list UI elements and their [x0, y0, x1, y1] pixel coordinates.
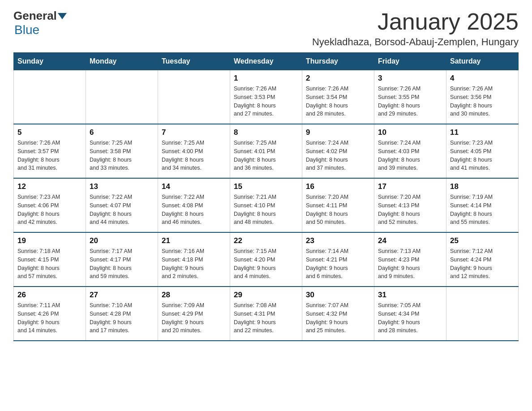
- calendar-cell: 19Sunrise: 7:18 AMSunset: 4:15 PMDayligh…: [14, 232, 86, 287]
- day-number: 11: [450, 128, 515, 137]
- calendar-week-row: 5Sunrise: 7:26 AMSunset: 3:57 PMDaylight…: [14, 124, 519, 178]
- calendar-week-row: 19Sunrise: 7:18 AMSunset: 4:15 PMDayligh…: [14, 232, 519, 287]
- calendar-week-row: 1Sunrise: 7:26 AMSunset: 3:53 PMDaylight…: [14, 70, 519, 124]
- weekday-header-thursday: Thursday: [302, 53, 374, 70]
- calendar-cell: 7Sunrise: 7:25 AMSunset: 4:00 PMDaylight…: [158, 124, 230, 178]
- day-info: Sunrise: 7:23 AMSunset: 4:06 PMDaylight:…: [17, 193, 82, 227]
- day-info: Sunrise: 7:21 AMSunset: 4:10 PMDaylight:…: [234, 193, 298, 227]
- calendar-cell: 6Sunrise: 7:25 AMSunset: 3:58 PMDaylight…: [86, 124, 158, 178]
- calendar-header: SundayMondayTuesdayWednesdayThursdayFrid…: [14, 53, 519, 70]
- calendar-cell: 10Sunrise: 7:24 AMSunset: 4:03 PMDayligh…: [374, 124, 446, 178]
- calendar-cell: 28Sunrise: 7:09 AMSunset: 4:29 PMDayligh…: [158, 287, 230, 341]
- day-info: Sunrise: 7:15 AMSunset: 4:20 PMDaylight:…: [234, 247, 298, 281]
- calendar-cell: 22Sunrise: 7:15 AMSunset: 4:20 PMDayligh…: [230, 232, 302, 287]
- day-number: 31: [378, 291, 442, 300]
- day-number: 10: [378, 128, 442, 137]
- day-number: 27: [90, 291, 154, 300]
- weekday-header-tuesday: Tuesday: [158, 53, 230, 70]
- day-number: 21: [162, 236, 226, 245]
- day-number: 14: [162, 182, 226, 191]
- day-info: Sunrise: 7:26 AMSunset: 3:54 PMDaylight:…: [306, 85, 370, 118]
- day-info: Sunrise: 7:11 AMSunset: 4:26 PMDaylight:…: [17, 301, 82, 335]
- day-number: 15: [234, 182, 298, 191]
- day-info: Sunrise: 7:26 AMSunset: 3:55 PMDaylight:…: [378, 85, 442, 118]
- day-number: 8: [234, 128, 298, 137]
- day-number: 3: [378, 74, 442, 83]
- day-info: Sunrise: 7:14 AMSunset: 4:21 PMDaylight:…: [306, 247, 370, 281]
- day-number: 7: [162, 128, 226, 137]
- calendar-cell: 1Sunrise: 7:26 AMSunset: 3:53 PMDaylight…: [230, 70, 302, 124]
- calendar-cell: 14Sunrise: 7:22 AMSunset: 4:08 PMDayligh…: [158, 178, 230, 232]
- calendar-table: SundayMondayTuesdayWednesdayThursdayFrid…: [13, 52, 519, 341]
- day-number: 23: [306, 236, 370, 245]
- calendar-cell: 25Sunrise: 7:12 AMSunset: 4:24 PMDayligh…: [446, 232, 519, 287]
- day-number: 28: [162, 291, 226, 300]
- day-number: 13: [90, 182, 154, 191]
- calendar-cell: 15Sunrise: 7:21 AMSunset: 4:10 PMDayligh…: [230, 178, 302, 232]
- logo-blue-text: Blue: [14, 23, 39, 37]
- calendar-cell: 21Sunrise: 7:16 AMSunset: 4:18 PMDayligh…: [158, 232, 230, 287]
- calendar-cell: 29Sunrise: 7:08 AMSunset: 4:31 PMDayligh…: [230, 287, 302, 341]
- day-info: Sunrise: 7:25 AMSunset: 4:01 PMDaylight:…: [234, 139, 298, 172]
- day-info: Sunrise: 7:12 AMSunset: 4:24 PMDaylight:…: [450, 247, 515, 281]
- page-header: General Blue January 2025 Nyekladhaza, B…: [13, 9, 519, 48]
- calendar-cell: [14, 70, 86, 124]
- day-number: 25: [450, 236, 515, 245]
- day-info: Sunrise: 7:10 AMSunset: 4:28 PMDaylight:…: [90, 301, 154, 335]
- day-number: 4: [450, 74, 515, 83]
- day-info: Sunrise: 7:13 AMSunset: 4:23 PMDaylight:…: [378, 247, 442, 281]
- month-title: January 2025: [312, 9, 519, 34]
- day-info: Sunrise: 7:20 AMSunset: 4:13 PMDaylight:…: [378, 193, 442, 227]
- weekday-header-saturday: Saturday: [446, 53, 519, 70]
- day-info: Sunrise: 7:17 AMSunset: 4:17 PMDaylight:…: [90, 247, 154, 281]
- calendar-cell: 24Sunrise: 7:13 AMSunset: 4:23 PMDayligh…: [374, 232, 446, 287]
- day-info: Sunrise: 7:26 AMSunset: 3:56 PMDaylight:…: [450, 85, 515, 118]
- calendar-cell: 30Sunrise: 7:07 AMSunset: 4:32 PMDayligh…: [302, 287, 374, 341]
- calendar-cell: 23Sunrise: 7:14 AMSunset: 4:21 PMDayligh…: [302, 232, 374, 287]
- day-info: Sunrise: 7:22 AMSunset: 4:08 PMDaylight:…: [162, 193, 226, 227]
- day-info: Sunrise: 7:25 AMSunset: 4:00 PMDaylight:…: [162, 139, 226, 172]
- day-info: Sunrise: 7:24 AMSunset: 4:03 PMDaylight:…: [378, 139, 442, 172]
- day-number: 5: [17, 128, 82, 137]
- logo-arrow-icon: [58, 13, 67, 19]
- weekday-header-friday: Friday: [374, 53, 446, 70]
- calendar-cell: [158, 70, 230, 124]
- day-number: 29: [234, 291, 298, 300]
- day-info: Sunrise: 7:24 AMSunset: 4:02 PMDaylight:…: [306, 139, 370, 172]
- calendar-cell: 13Sunrise: 7:22 AMSunset: 4:07 PMDayligh…: [86, 178, 158, 232]
- day-info: Sunrise: 7:19 AMSunset: 4:14 PMDaylight:…: [450, 193, 515, 227]
- calendar-week-row: 26Sunrise: 7:11 AMSunset: 4:26 PMDayligh…: [14, 287, 519, 341]
- day-number: 2: [306, 74, 370, 83]
- calendar-cell: 9Sunrise: 7:24 AMSunset: 4:02 PMDaylight…: [302, 124, 374, 178]
- calendar-cell: 26Sunrise: 7:11 AMSunset: 4:26 PMDayligh…: [14, 287, 86, 341]
- day-number: 30: [306, 291, 370, 300]
- day-number: 9: [306, 128, 370, 137]
- calendar-cell: 4Sunrise: 7:26 AMSunset: 3:56 PMDaylight…: [446, 70, 519, 124]
- day-info: Sunrise: 7:07 AMSunset: 4:32 PMDaylight:…: [306, 301, 370, 335]
- weekday-header-sunday: Sunday: [14, 53, 86, 70]
- day-number: 16: [306, 182, 370, 191]
- day-number: 20: [90, 236, 154, 245]
- day-info: Sunrise: 7:16 AMSunset: 4:18 PMDaylight:…: [162, 247, 226, 281]
- calendar-week-row: 12Sunrise: 7:23 AMSunset: 4:06 PMDayligh…: [14, 178, 519, 232]
- logo: General Blue: [13, 9, 68, 37]
- day-info: Sunrise: 7:09 AMSunset: 4:29 PMDaylight:…: [162, 301, 226, 335]
- calendar-cell: 5Sunrise: 7:26 AMSunset: 3:57 PMDaylight…: [14, 124, 86, 178]
- location-title: Nyekladhaza, Borsod-Abauj-Zemplen, Hunga…: [312, 36, 519, 48]
- day-info: Sunrise: 7:22 AMSunset: 4:07 PMDaylight:…: [90, 193, 154, 227]
- day-number: 24: [378, 236, 442, 245]
- day-info: Sunrise: 7:23 AMSunset: 4:05 PMDaylight:…: [450, 139, 515, 172]
- weekday-header-row: SundayMondayTuesdayWednesdayThursdayFrid…: [14, 53, 519, 70]
- weekday-header-monday: Monday: [86, 53, 158, 70]
- logo-general-text: General: [13, 9, 57, 23]
- day-info: Sunrise: 7:26 AMSunset: 3:53 PMDaylight:…: [234, 85, 298, 118]
- calendar-cell: 12Sunrise: 7:23 AMSunset: 4:06 PMDayligh…: [14, 178, 86, 232]
- day-number: 18: [450, 182, 515, 191]
- day-number: 26: [17, 291, 82, 300]
- calendar-cell: 3Sunrise: 7:26 AMSunset: 3:55 PMDaylight…: [374, 70, 446, 124]
- calendar-cell: 20Sunrise: 7:17 AMSunset: 4:17 PMDayligh…: [86, 232, 158, 287]
- day-number: 6: [90, 128, 154, 137]
- day-info: Sunrise: 7:25 AMSunset: 3:58 PMDaylight:…: [90, 139, 154, 172]
- weekday-header-wednesday: Wednesday: [230, 53, 302, 70]
- title-section: January 2025 Nyekladhaza, Borsod-Abauj-Z…: [312, 9, 519, 48]
